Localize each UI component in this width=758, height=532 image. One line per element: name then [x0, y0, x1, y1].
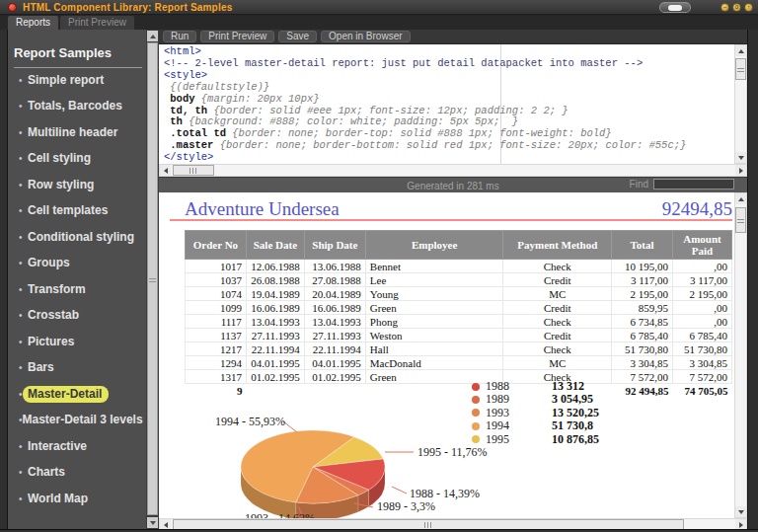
code-segment: <style>: [164, 69, 207, 81]
legend-dot-icon: [472, 396, 480, 404]
sidebar-item-interactive[interactable]: •Interactive: [19, 439, 142, 453]
sidebar-item-cell-styling[interactable]: •Cell styling: [19, 152, 142, 166]
window-button-maximize[interactable]: 0: [732, 3, 741, 12]
total-cell: [304, 384, 365, 399]
sidebar-item-row-styling[interactable]: •Row styling: [19, 178, 142, 191]
sidebar-item-master-detail-3-levels[interactable]: •Master-Detail 3 levels: [19, 414, 142, 427]
code-segment: {border: none; border-top: solid #888 1p…: [232, 127, 611, 139]
table-cell: MC: [503, 356, 612, 370]
code-segment: {(defaultstyle)}: [164, 81, 269, 93]
table-cell: 1117: [186, 315, 247, 329]
report-total: 92494,85: [662, 198, 732, 220]
scrollbar-thumb[interactable]: [735, 207, 746, 233]
table-cell: Phong: [365, 315, 503, 329]
sidebar-item-transform[interactable]: •Transform: [19, 282, 142, 296]
code-line: <!-- 2-level master-detail report: just …: [164, 58, 734, 70]
toolbar-button-save[interactable]: Save: [278, 31, 317, 42]
table-cell: Young: [365, 287, 503, 301]
scrollbar-thumb[interactable]: [735, 58, 746, 80]
table-cell: 6 734,85: [612, 315, 673, 329]
column-header: Sale Date: [246, 231, 304, 260]
code-editor[interactable]: <html><!-- 2-level master-detail report:…: [159, 44, 734, 164]
sidebar-item-label: Multiline header: [23, 124, 124, 141]
report-preview: Adventure Undersea 92494,85 Order NoSale…: [159, 192, 734, 518]
sidebar-item-pictures[interactable]: •Pictures: [19, 335, 142, 348]
sidebar-item-conditional-styling[interactable]: •Conditional styling: [19, 230, 142, 244]
sidebar-item-charts[interactable]: •Charts: [19, 466, 142, 480]
window-button-close[interactable]: ↑: [744, 3, 753, 12]
scroll-right-button[interactable]: [735, 165, 746, 176]
toolbar-button-open-in-browser[interactable]: Open in Browser: [321, 31, 410, 42]
scroll-down-button[interactable]: [735, 506, 746, 517]
sidebar-item-label: Interactive: [23, 438, 94, 455]
tab-print-preview[interactable]: Print Preview: [60, 16, 134, 30]
table-cell: ,00: [673, 315, 732, 329]
toolbar-button-print-preview[interactable]: Print Preview: [200, 31, 274, 42]
layout-toggle-button[interactable]: [659, 2, 691, 13]
sidebar-item-totals-barcodes[interactable]: •Totals, Barcodes: [19, 100, 142, 114]
table-cell: 04.01.1995: [246, 356, 304, 370]
thumb-grip-icon: [149, 276, 156, 282]
sidebar-item-multiline-header[interactable]: •Multiline header: [19, 125, 142, 139]
pie-label-line: [392, 487, 407, 494]
editor-vscrollbar[interactable]: [734, 44, 747, 164]
thumb-grip-icon: [424, 522, 433, 528]
sidebar-item-bars[interactable]: •Bars: [19, 361, 142, 375]
sidebar-item-groups[interactable]: •Groups: [19, 257, 142, 270]
pie-label-line: [283, 421, 297, 432]
table-cell: 22.11.1994: [246, 342, 304, 356]
scrollbar-thumb[interactable]: [173, 165, 214, 176]
table-cell: 01.02.1995: [304, 370, 365, 384]
sidebar-item-cell-templates[interactable]: •Cell templates: [19, 204, 142, 218]
sidebar-item-world-map[interactable]: •World Map: [19, 492, 142, 505]
table-cell: 3 117,00: [673, 273, 732, 287]
column-header: Amount Paid: [673, 231, 732, 260]
table-cell: 51 730,80: [612, 342, 673, 356]
column-header: Total: [612, 231, 673, 260]
find-input[interactable]: [653, 179, 734, 190]
sidebar-item-label: Simple report: [23, 72, 111, 89]
code-segment: .master: [164, 139, 220, 151]
scroll-up-button[interactable]: [147, 31, 158, 41]
toolbar-button-run[interactable]: Run: [163, 31, 196, 42]
sidebar-list: •Simple report•Totals, Barcodes•Multilin…: [19, 73, 142, 505]
table-cell: MacDonald: [365, 356, 503, 370]
scroll-down-button[interactable]: [147, 517, 158, 528]
code-segment: {border: solid #eee 1px; font-size: 12px…: [213, 105, 568, 116]
table-cell: 2 195,00: [673, 287, 732, 301]
table-cell: 1217: [186, 342, 247, 356]
scroll-left-button[interactable]: [160, 165, 171, 176]
table-cell: 16.06.1989: [304, 301, 365, 315]
code-content: <html><!-- 2-level master-detail report:…: [164, 46, 734, 164]
sidebar-item-simple-report[interactable]: •Simple report: [19, 73, 142, 87]
table-cell: 1017: [186, 260, 247, 273]
pie-label-line: [354, 503, 373, 507]
sidebar-item-master-detail[interactable]: •Master-Detail: [19, 387, 142, 401]
sidebar-item-crosstab[interactable]: •Crosstab: [19, 309, 142, 323]
scroll-down-button[interactable]: [735, 152, 746, 163]
table-cell: 1037: [186, 273, 247, 287]
editor-hscrollbar[interactable]: [159, 164, 747, 177]
table-cell: 3 304,85: [612, 356, 673, 370]
table-cell: 1137: [186, 329, 247, 342]
sidebar-item-label: Groups: [23, 255, 77, 271]
table-row: 109916.06.198916.06.1989GreenCredit859,9…: [186, 301, 732, 315]
legend-value: 10 876,85: [552, 432, 599, 447]
sidebar-scrollbar[interactable]: [146, 30, 159, 529]
preview-vscrollbar[interactable]: [734, 192, 747, 518]
table-cell: 1099: [186, 301, 247, 315]
code-segment: </style>: [164, 151, 213, 163]
table-cell: 13.06.1988: [304, 260, 365, 273]
scrollbar-thumb[interactable]: [147, 42, 158, 515]
code-line: .master {border: none; border-bottom: so…: [164, 140, 734, 152]
tab-reports[interactable]: Reports: [8, 16, 58, 30]
table-cell: 19.04.1989: [246, 287, 304, 301]
table-row: 129404.01.199504.01.1995MacDonaldMC3 304…: [186, 356, 732, 370]
window-button-minimize[interactable]: –: [720, 3, 729, 12]
table-cell: 27.11.1993: [304, 329, 365, 342]
scroll-up-button[interactable]: [735, 45, 746, 56]
table-row: 113727.11.199327.11.1993WestonCredit6 78…: [186, 329, 732, 342]
scroll-up-button[interactable]: [735, 193, 746, 204]
pie-slice-side: [369, 467, 385, 506]
total-cell: 9: [186, 384, 247, 399]
